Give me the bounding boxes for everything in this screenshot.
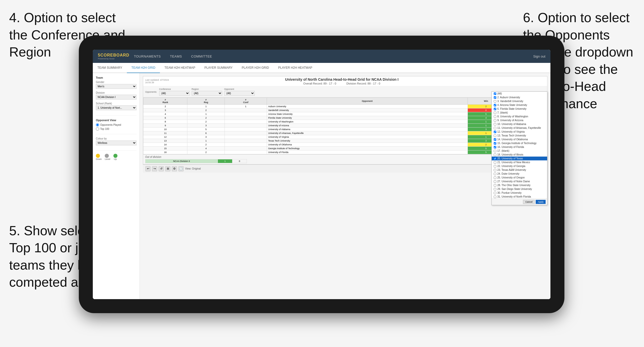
- dropdown-item[interactable]: 14. University of Oklahoma: [492, 137, 547, 141]
- radio-opponents-played[interactable]: Opponents Played: [96, 123, 137, 127]
- dropdown-item[interactable]: 10. University of Alabama: [492, 122, 547, 126]
- table-row: 9 3 University of Arizona 1 0: [143, 124, 547, 128]
- bottom-toolbar: ↩ ↪ ↺ ⊞ ⚙ 🕐 View: Original Cancel Apply: [143, 164, 547, 173]
- dropdown-item[interactable]: 31. University of North Florida: [492, 195, 547, 199]
- logo: 5COREBOARD Powered by Scout: [98, 53, 129, 60]
- opponent-select[interactable]: (All): [224, 91, 255, 96]
- colour-down: [96, 154, 100, 158]
- subnav-team-h2h-grid[interactable]: TEAM H2H GRID: [127, 63, 160, 73]
- sidebar-school-select[interactable]: 1. University of Nort...: [96, 105, 137, 110]
- clock-btn[interactable]: 🕐: [178, 166, 184, 171]
- table-row: 16 2 University of Florida 5: [143, 150, 547, 154]
- content-area: Team Gender Men's Division NCAA Division…: [93, 73, 550, 299]
- dropdown-item[interactable]: 12. University of Virginia: [492, 130, 547, 134]
- sidebar-colour-section: Colour by Win/loss: [96, 137, 137, 151]
- dropdown-item[interactable]: 25. University of Oregon: [492, 176, 547, 179]
- sidebar-division-select[interactable]: NCAA Division I: [96, 95, 137, 100]
- dropdown-item[interactable]: 24. Duke University: [492, 172, 547, 176]
- region-label: Region: [192, 88, 222, 90]
- sub-nav: TEAM SUMMARY TEAM H2H GRID TEAM H2H HEAT…: [93, 63, 550, 73]
- dropdown-cancel[interactable]: Cancel: [523, 200, 535, 204]
- dropdown-item[interactable]: 16. University of Florida: [492, 145, 547, 149]
- dropdown-item[interactable]: 7. (blank): [492, 111, 547, 115]
- table-row: 15 4 Georgia Institute of Technology 5 0: [143, 147, 547, 150]
- dropdown-item[interactable]: (All): [492, 92, 547, 95]
- table-row: 8 2 University of Washington 1 0: [143, 120, 547, 124]
- table-row: 14 2 University of Oklahoma 2 2: [143, 143, 547, 147]
- sidebar-colour-select[interactable]: Win/loss: [96, 141, 137, 145]
- dropdown-item[interactable]: 13. Texas Tech University: [492, 134, 547, 137]
- dropdown-item[interactable]: 29. San Diego State University: [492, 187, 547, 191]
- sidebar-team-label: Team: [96, 76, 137, 79]
- colour-level: [105, 154, 109, 158]
- copy-btn[interactable]: ⊞: [165, 166, 170, 171]
- opponent-dropdown[interactable]: (All) 2. Auburn University 3. Vanderbilt…: [491, 91, 547, 205]
- subnav-team-h2h-heatmap[interactable]: TEAM H2H HEATMAP: [160, 63, 200, 73]
- grid-container: Last Updated: 4/7/2024 16:55:38 Universi…: [143, 76, 547, 164]
- update-info: Last Updated: 4/7/2024 16:55:38 Universi…: [143, 76, 547, 86]
- dropdown-item[interactable]: 28. The Ohio State University: [492, 183, 547, 187]
- out-of-division: Out of division NCAA Division II 1 0: [143, 154, 547, 164]
- nav-tournaments[interactable]: TOURNAMENTS: [129, 50, 166, 63]
- table-row: 4 1 Arizona State University 5 1: [143, 112, 547, 116]
- sidebar-colour-by-label: Colour by: [96, 137, 137, 140]
- sidebar-gender-select[interactable]: Men's: [96, 84, 137, 89]
- subnav-player-summary[interactable]: PLAYER SUMMARY: [200, 63, 237, 73]
- nav-committee[interactable]: COMMITTEE: [187, 50, 217, 63]
- settings-btn[interactable]: ⚙: [172, 166, 177, 171]
- table-row: 2 1 1 Auburn University 2 1: [143, 105, 547, 108]
- dropdown-item[interactable]: 15. Georgia Institute of Technology: [492, 141, 547, 145]
- nav-sign-out[interactable]: Sign out: [533, 54, 545, 58]
- colour-up: [113, 154, 117, 158]
- subnav-team-summary[interactable]: TEAM SUMMARY: [93, 63, 127, 73]
- region-select[interactable]: (All): [192, 91, 222, 96]
- undo-btn[interactable]: ↩: [145, 166, 151, 171]
- table-row: 13 1 Texas Tech University 3 0: [143, 139, 547, 143]
- table-row: 11 6 University of Arkansas, Fayettevill…: [143, 131, 547, 135]
- sidebar-colour-legend: Down Level Up: [96, 154, 137, 160]
- dropdown-item[interactable]: 4. Arizona State University: [492, 103, 547, 107]
- sidebar-radio-group: Opponents Played Top 100: [96, 123, 137, 131]
- refresh-btn[interactable]: ↺: [159, 166, 164, 171]
- subnav-player-h2h-heatmap[interactable]: PLAYER H2H HEATMAP: [274, 63, 317, 73]
- conference-filter: Conference (All): [159, 88, 190, 96]
- nav-bar: 5COREBOARD Powered by Scout TOURNAMENTS …: [93, 50, 550, 63]
- col-conf: #Conf: [225, 98, 267, 105]
- table-row: 12 3 University of Virginia 1 0: [143, 135, 547, 139]
- dropdown-item[interactable]: 27. University of Notre Dame: [492, 179, 547, 183]
- dropdown-item[interactable]: 21. University of New Mexico: [492, 160, 547, 164]
- dropdown-item[interactable]: 9. University of Arizona: [492, 118, 547, 122]
- sidebar-team-section: Team Gender Men's Division NCAA Division…: [96, 76, 137, 116]
- opponent-filter: Opponent (All): [224, 88, 255, 96]
- dropdown-item[interactable]: 17. (blank): [492, 149, 547, 153]
- last-updated: Last Updated: 4/7/2024 16:55:38: [145, 79, 169, 84]
- dropdown-item[interactable]: 20. University of Texas: [492, 157, 547, 160]
- subnav-player-h2h-grid[interactable]: PLAYER H2H GRID: [237, 63, 274, 73]
- dropdown-item[interactable]: 3. Vanderbilt University: [492, 99, 547, 103]
- nav-teams[interactable]: TEAMS: [165, 50, 186, 63]
- dropdown-item[interactable]: 30. Purdue University: [492, 191, 547, 195]
- col-reg: #Reg: [187, 98, 225, 105]
- opponent-label: Opponent: [224, 88, 255, 90]
- col-opponent: Opponent: [267, 98, 468, 105]
- table-row: 6 2 Florida State University 4 2: [143, 116, 547, 120]
- main-area: Last Updated: 4/7/2024 16:55:38 Universi…: [140, 73, 550, 299]
- dropdown-item[interactable]: 22. University of Georgia: [492, 164, 547, 168]
- dropdown-item[interactable]: 23. Texas A&M University: [492, 168, 547, 172]
- dropdown-item[interactable]: 6. Florida State University: [492, 107, 547, 111]
- sidebar-opponent-view-label: Opponent View: [96, 119, 137, 122]
- dropdown-apply[interactable]: Apply: [536, 200, 546, 204]
- redo-btn[interactable]: ↪: [152, 166, 157, 171]
- sidebar: Team Gender Men's Division NCAA Division…: [93, 73, 140, 299]
- nav-items: TOURNAMENTS TEAMS COMMITTEE: [129, 50, 533, 63]
- dropdown-item[interactable]: 8. University of Washington: [492, 115, 547, 118]
- table-row: 10 5 University of Alabama 3 0: [143, 128, 547, 131]
- grid-records: Overall Record: 89 - 17 - 0 Division Rec…: [169, 82, 515, 85]
- dropdown-item[interactable]: 11. University of Arkansas, Fayetteville: [492, 126, 547, 130]
- out-of-div-table: NCAA Division II 1 0: [145, 159, 247, 163]
- dropdown-item[interactable]: 2. Auburn University: [492, 95, 547, 99]
- conference-select[interactable]: (All): [159, 91, 190, 96]
- radio-top-100[interactable]: Top 100: [96, 127, 137, 131]
- view-label: View: Original: [185, 167, 201, 170]
- dropdown-item[interactable]: 18. University of Illinois: [492, 153, 547, 157]
